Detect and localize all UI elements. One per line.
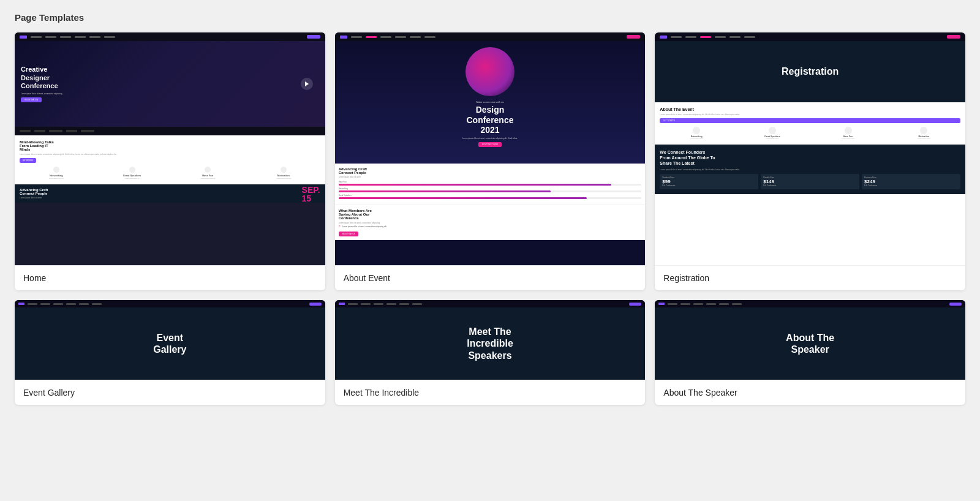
about-event-preview: Make some noise with us DesignConference…: [335, 32, 646, 265]
template-card-event-gallery[interactable]: EventGallery Event Gallery: [15, 300, 325, 405]
about-event-label-text: About Event: [344, 273, 390, 283]
meet-speaker-label: Meet The Incredible: [335, 380, 646, 405]
event-gallery-label: Event Gallery: [15, 380, 325, 405]
template-card-registration[interactable]: Registration About The Event Lorem ipsum…: [655, 32, 965, 290]
about-event-label: About Event: [335, 265, 646, 290]
template-card-about-speaker[interactable]: About TheSpeaker About The Speaker: [655, 300, 965, 405]
home-preview: CreativeDesignerConference Lorem ipsum d…: [15, 32, 325, 265]
about-speaker-label: About The Speaker: [655, 380, 965, 405]
meet-speaker-label-text: Meet The Incredible: [344, 388, 419, 397]
template-card-meet-speaker[interactable]: Meet TheIncredibleSpeakers Meet The Incr…: [335, 300, 646, 405]
page-title: Page Templates: [15, 12, 965, 23]
templates-grid: CreativeDesignerConference Lorem ipsum d…: [15, 32, 965, 405]
registration-preview: Registration About The Event Lorem ipsum…: [655, 32, 965, 265]
registration-label-text: Registration: [663, 273, 709, 283]
home-label: Home: [15, 265, 325, 290]
template-card-about-event[interactable]: Make some noise with us DesignConference…: [335, 32, 646, 290]
meet-speaker-preview: Meet TheIncredibleSpeakers: [335, 300, 646, 380]
registration-label: Registration: [655, 265, 965, 290]
template-card-home[interactable]: CreativeDesignerConference Lorem ipsum d…: [15, 32, 325, 290]
about-speaker-label-text: About The Speaker: [663, 388, 737, 397]
about-speaker-preview: About TheSpeaker: [655, 300, 965, 380]
event-gallery-label-text: Event Gallery: [23, 388, 75, 397]
event-gallery-preview: EventGallery: [15, 300, 325, 380]
home-label-text: Home: [23, 273, 46, 283]
